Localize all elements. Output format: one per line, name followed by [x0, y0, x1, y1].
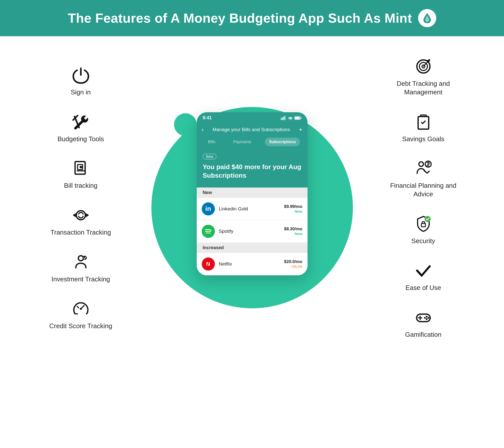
- transaction-icon: [71, 205, 91, 225]
- item-linkedin-price: $9.99/mo New: [284, 204, 303, 213]
- right-features: Debt Tracking and Management Savings Goa…: [381, 56, 466, 339]
- svg-rect-15: [282, 117, 283, 120]
- item-linkedin-badge: New: [284, 209, 303, 213]
- feature-bill-tracking-label: Bill tracking: [64, 181, 97, 190]
- mint-logo-icon: [422, 13, 433, 24]
- svg-rect-20: [295, 117, 299, 119]
- phone-header-title: Manage your Bills and Subscriptions: [204, 127, 299, 132]
- feature-credit-score: Credit Score Tracking: [38, 299, 124, 330]
- svg-point-9: [78, 256, 83, 261]
- item-linkedin-name: Linkedin Gold: [219, 206, 280, 212]
- teal-dot: [174, 113, 197, 136]
- item-netflix-name: Netflix: [219, 261, 280, 267]
- shield-icon: [413, 214, 433, 234]
- svg-point-38: [424, 317, 426, 319]
- phone-item-netflix: N Netflix $20.0/mo +$5.50: [197, 253, 308, 275]
- phone-beta-badge: Beta: [203, 154, 217, 159]
- feature-sign-in: Sign in: [38, 65, 124, 97]
- phone-back-button[interactable]: ‹: [202, 126, 204, 133]
- tab-bills[interactable]: Bills: [204, 138, 219, 146]
- feature-debt-tracking-label: Debt Tracking and Management: [381, 80, 466, 97]
- wrench-icon: [71, 112, 91, 132]
- phone-hero-section: Beta You paid $40 more for your Aug Subs…: [197, 149, 308, 188]
- savings-icon: [413, 112, 433, 132]
- feature-debt-tracking: Debt Tracking and Management: [381, 56, 466, 97]
- left-features: Sign in Budgeting Tools: [38, 65, 124, 330]
- item-spotify-name: Spotify: [219, 229, 280, 234]
- tab-payments[interactable]: Payments: [229, 138, 255, 146]
- target-icon: [413, 56, 433, 77]
- item-spotify-badge: New: [284, 232, 303, 236]
- svg-point-11: [80, 308, 82, 310]
- svg-point-37: [426, 318, 427, 320]
- feature-savings-goals: Savings Goals: [381, 112, 466, 143]
- svg-point-4: [80, 166, 82, 168]
- feature-gamification-label: Gamification: [405, 330, 442, 339]
- phone-item-linkedin: in Linkedin Gold $9.99/mo New: [197, 198, 308, 220]
- phone-add-button[interactable]: +: [299, 126, 302, 133]
- linkedin-logo: in: [202, 202, 215, 215]
- svg-rect-17: [285, 116, 285, 120]
- phone-tabs: Bills Payments Subscriptions: [197, 138, 308, 149]
- power-icon: [71, 65, 91, 85]
- credit-icon: [71, 299, 91, 319]
- feature-transaction-tracking-label: Transaction Tracking: [50, 228, 111, 237]
- feature-gamification: Gamification: [381, 307, 466, 339]
- main-content: Sign in Budgeting Tools: [0, 36, 504, 359]
- feature-budgeting-tools-label: Budgeting Tools: [57, 135, 104, 143]
- svg-point-28: [419, 162, 423, 166]
- feature-financial-planning-label: Financial Planning and Advice: [381, 181, 466, 199]
- phone-time: 9:41: [203, 115, 212, 121]
- svg-point-36: [427, 317, 429, 319]
- item-spotify-amount: $8.30/mo: [284, 227, 303, 232]
- feature-transaction-tracking: Transaction Tracking: [38, 205, 124, 237]
- svg-rect-21: [301, 117, 301, 119]
- item-netflix-amount: $20.0/mo: [284, 259, 303, 264]
- investment-icon: [71, 252, 91, 272]
- spotify-logo: [202, 225, 215, 238]
- feature-bill-tracking: Bill tracking: [38, 158, 124, 190]
- checkmark-icon: [413, 260, 433, 281]
- phone-item-spotify: Spotify $8.30/mo New: [197, 220, 308, 243]
- feature-investment-tracking-label: Investment Tracking: [51, 275, 110, 284]
- phone-status-bar: 9:41: [197, 112, 308, 124]
- feature-investment-tracking: Investment Tracking: [38, 252, 124, 284]
- planning-icon: [413, 158, 433, 178]
- page-header: The Features of A Money Budgeting App Su…: [0, 0, 504, 36]
- gamepad-icon: [413, 307, 433, 327]
- feature-financial-planning: Financial Planning and Advice: [381, 158, 466, 199]
- feature-sign-in-label: Sign in: [71, 88, 91, 97]
- feature-budgeting-tools: Budgeting Tools: [38, 112, 124, 143]
- feature-security: Security: [381, 214, 466, 245]
- page-title: The Features of A Money Budgeting App Su…: [68, 11, 412, 26]
- phone-mockup: 9:41 ‹ Manage your Bills and Subscriptio…: [197, 112, 308, 275]
- phone-hero-text: You paid $40 more for your Aug Subscript…: [203, 163, 301, 180]
- center-visual: 9:41 ‹ Manage your Bills and Subscriptio…: [139, 74, 365, 321]
- svg-rect-16: [283, 117, 284, 120]
- feature-ease-of-use-label: Ease of Use: [406, 284, 441, 292]
- app-logo: [418, 9, 436, 27]
- item-netflix-price: $20.0/mo +$5.50: [284, 259, 303, 269]
- svg-point-18: [290, 119, 291, 120]
- phone-body: New in Linkedin Gold $9.99/mo New: [197, 188, 308, 275]
- svg-rect-14: [281, 118, 282, 120]
- item-netflix-badge: +$5.50: [284, 264, 303, 269]
- feature-savings-goals-label: Savings Goals: [402, 135, 445, 143]
- status-icons: [281, 116, 301, 120]
- svg-rect-30: [421, 223, 425, 227]
- svg-point-35: [426, 316, 427, 317]
- section-increased-header: Increased: [197, 243, 308, 253]
- tab-subscriptions[interactable]: Subscriptions: [265, 138, 300, 146]
- item-spotify-price: $8.30/mo New: [284, 227, 303, 236]
- bill-icon: [71, 158, 91, 178]
- feature-credit-score-label: Credit Score Tracking: [49, 322, 112, 330]
- item-linkedin-amount: $9.99/mo: [284, 204, 303, 209]
- svg-line-13: [77, 306, 79, 308]
- feature-ease-of-use: Ease of Use: [381, 260, 466, 292]
- netflix-logo: N: [202, 257, 215, 271]
- phone-nav-header: ‹ Manage your Bills and Subscriptions +: [197, 124, 308, 138]
- section-new-header: New: [197, 188, 308, 198]
- feature-security-label: Security: [412, 237, 435, 245]
